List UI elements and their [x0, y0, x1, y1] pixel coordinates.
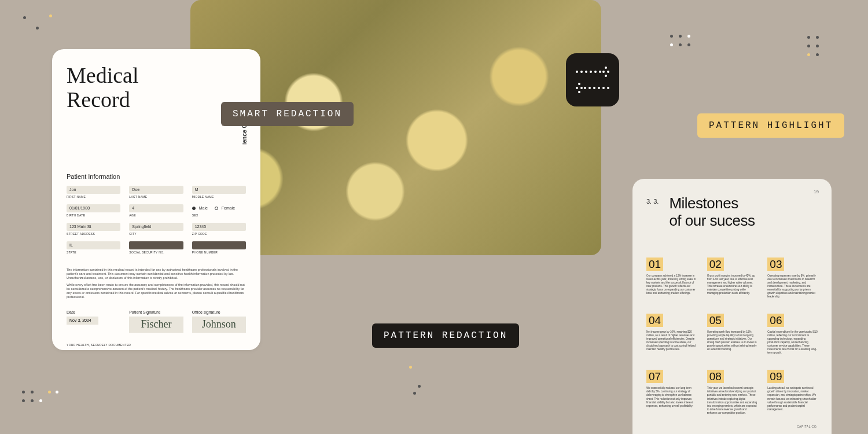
pattern-highlight-pill[interactable]: PATTERN HIGHLIGHT [697, 113, 844, 138]
first-name-label: FIRST NAME [67, 195, 120, 198]
radio-female[interactable] [215, 207, 218, 210]
milestone-badge: 07 [646, 370, 663, 383]
section-number: 3. 3. [646, 198, 659, 205]
zip-label: ZIP CODE [192, 232, 246, 236]
ssn-label: SOCIAL SECURITY NO. [129, 251, 183, 254]
sex-radios[interactable]: Male Female [192, 204, 246, 212]
milestone-text: We successfully reduced our long-term de… [646, 387, 697, 407]
milestone-item: 04 Net income grew by 10%, reaching $20 … [646, 314, 697, 355]
card-footer: YOUR HEALTH, SECURELY DOCUMENTED [67, 343, 246, 347]
section-patient-info: Patient Information [67, 173, 246, 180]
phone-field[interactable] [192, 241, 246, 249]
patient-form: Jon FIRST NAME Doe LAST NAME M MIDDLE NA… [67, 186, 246, 258]
card-title: Medical Record [67, 64, 246, 112]
state-field[interactable]: IL [67, 241, 120, 249]
milestone-badge: 01 [646, 258, 663, 271]
state-label: STATE [67, 251, 120, 254]
milestone-text: Capital expenditure for the year totaled… [767, 330, 818, 355]
city-field[interactable]: Springfield [129, 223, 183, 231]
ssn-field[interactable] [129, 241, 183, 249]
age-field[interactable]: 4 [129, 204, 183, 212]
milestones-footer: CAPITAL CO. [797, 425, 818, 428]
milestones-title: Milestonesof our sucess [669, 195, 755, 230]
milestone-badge: 08 [707, 370, 724, 383]
patient-signature[interactable]: Fischer [129, 317, 183, 333]
milestone-text: Operating expenses rose by 8%, primarily… [767, 274, 818, 299]
milestone-item: 01 Our company achieved a 12% increase i… [646, 258, 697, 299]
milestone-badge: 05 [707, 314, 724, 327]
milestone-item: 03 Operating expenses rose by 8%, primar… [767, 258, 818, 299]
milestone-item: 02 Gross profit margins improved to 45%,… [707, 258, 757, 299]
milestone-item: 05 Operating cash flow increased by 15%,… [707, 314, 757, 355]
milestone-badge: 06 [767, 314, 784, 327]
medical-record-card: Medical Record ience Co. Patient Informa… [52, 49, 260, 350]
date-label: Date [67, 310, 120, 314]
middle-name-label: MIDDLE NAME [192, 195, 246, 198]
pattern-redaction-pill[interactable]: PATTERN REDACTION [372, 323, 519, 348]
phone-label: PHONE NUMBER [192, 251, 246, 254]
smart-redaction-pill[interactable]: SMART REDACTION [221, 102, 354, 126]
milestone-badge: 03 [767, 258, 784, 271]
swap-arrows-icon[interactable] [566, 53, 619, 106]
milestone-text: Net income grew by 10%, reaching $20 mil… [646, 330, 697, 351]
milestone-text: Looking ahead, we anticipate continued g… [767, 387, 818, 411]
milestone-text: Gross profit margins improved to 45%, up… [707, 274, 757, 295]
street-label: STREET ADDRESS [67, 232, 120, 236]
milestones-card: 19 3. 3. Milestonesof our sucess 01 Our … [632, 179, 832, 434]
page-number: 19 [814, 189, 819, 194]
date-field[interactable]: Nov 3, 2024 [67, 317, 98, 325]
milestones-grid: 01 Our company achieved a 12% increase i… [646, 258, 818, 415]
milestone-item: 09 Looking ahead, we anticipate continue… [767, 370, 818, 414]
first-name-field[interactable]: Jon [67, 186, 120, 194]
milestone-text: Our company achieved a 12% increase in r… [646, 274, 697, 295]
milestone-text: This year, we launched several strategic… [707, 387, 757, 415]
patient-sig-label: Patient Signature [129, 310, 183, 314]
middle-name-field[interactable]: M [192, 186, 246, 194]
milestone-item: 07 We successfully reduced our long-term… [646, 370, 697, 414]
milestone-badge: 04 [646, 314, 663, 327]
milestone-text: Operating cash flow increased by 15%, pr… [707, 330, 757, 351]
milestone-badge: 09 [767, 370, 784, 383]
disclaimer: The information contained in this medica… [67, 268, 246, 300]
age-label: AGE [129, 214, 183, 217]
office-sig-label: Office signature [192, 310, 246, 314]
milestone-item: 08 This year, we launched several strate… [707, 370, 757, 414]
street-field[interactable]: 123 Main St [67, 223, 120, 231]
office-signature[interactable]: Johnson [192, 317, 246, 333]
birth-date-label: BIRTH DATE [67, 214, 120, 217]
city-label: CITY [129, 232, 183, 236]
sex-label: SEX [192, 214, 246, 217]
radio-male[interactable] [192, 207, 196, 210]
milestone-item: 06 Capital expenditure for the year tota… [767, 314, 818, 355]
last-name-field[interactable]: Doe [129, 186, 183, 194]
zip-field[interactable]: 12345 [192, 223, 246, 231]
signature-row: Date Nov 3, 2024 Patient Signature Fisch… [67, 310, 246, 333]
birth-date-field[interactable]: 01/01/1980 [67, 204, 120, 212]
last-name-label: LAST NAME [129, 195, 183, 198]
milestone-badge: 02 [707, 258, 724, 271]
